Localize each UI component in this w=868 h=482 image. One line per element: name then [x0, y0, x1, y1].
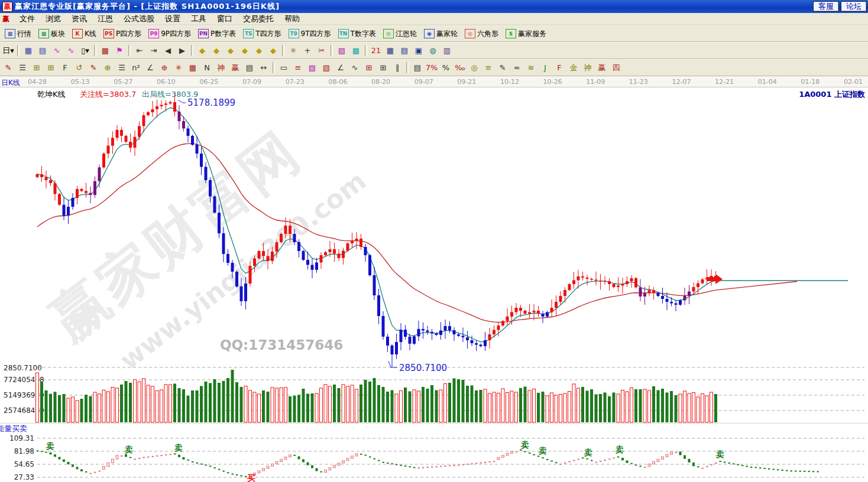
tool-icon-tb-r2-18[interactable]: ↔	[257, 61, 271, 74]
tool-icon-tb-r2-6[interactable]: ✎	[86, 61, 101, 74]
pane-tab-daily-kline[interactable]: 日K线	[1, 78, 20, 88]
toolbar-button-T数字表[interactable]: TNT数字表	[335, 28, 380, 40]
tool-icon-tb-r1-18[interactable]: ✳	[286, 44, 300, 57]
tool-icon-tb-r2-10[interactable]: ∠	[143, 61, 157, 74]
tool-icon-tb-r2-38[interactable]: F	[552, 61, 566, 74]
tool-icon-tb-r2-34[interactable]: ✎	[495, 61, 510, 74]
tool-icon-tb-r1-8[interactable]: ⇤	[132, 44, 147, 57]
tool-icon-tb-r2-36[interactable]: ≋	[524, 61, 538, 74]
tool-icon-tb-r2-3[interactable]: ⊞	[44, 61, 58, 74]
tool-icon-tb-r2-5[interactable]: ↺	[72, 61, 86, 74]
tool-icon-tb-r2-25[interactable]: ⊞	[362, 61, 376, 74]
forum-button[interactable]: 论坛	[841, 1, 867, 12]
tool-icon-tb-r1-22[interactable]: ▩	[349, 44, 363, 57]
tool-icon-tb-r1-17[interactable]: ◆	[266, 44, 280, 57]
tool-icon-tb-r2-14[interactable]: N	[200, 61, 214, 74]
tool-icon-tb-r1-19[interactable]: +	[300, 44, 315, 57]
tool-icon-tb-r1-6[interactable]: ▩	[98, 44, 112, 57]
menu-item-帮助[interactable]: 帮助	[279, 12, 305, 25]
menu-item-资讯[interactable]: 资讯	[66, 12, 92, 25]
menu-item-文件[interactable]: 文件	[14, 12, 40, 25]
menu-item-浏览[interactable]: 浏览	[40, 12, 66, 25]
tool-icon-tb-r2-11[interactable]: ⊕	[157, 61, 171, 74]
tool-icon-tb-r1-15[interactable]: ◆	[238, 44, 252, 57]
toolbar-button-K线[interactable]: KK线	[69, 28, 100, 40]
tool-icon-tb-r2-17[interactable]: ▤	[242, 61, 257, 74]
menu-item-窗口[interactable]: 窗口	[212, 12, 238, 25]
tool-icon-tb-r2-29[interactable]: 7%	[425, 61, 439, 74]
tool-icon-tb-r2-24[interactable]: ∿	[348, 61, 362, 74]
tool-icon-tb-r2-7[interactable]: ⊕	[101, 61, 115, 74]
tool-icon-tb-r2-26[interactable]: ⊞	[376, 61, 390, 74]
menu-item-工具[interactable]: 工具	[186, 12, 212, 25]
tool-icon-tb-r2-1[interactable]: ☰	[15, 61, 30, 74]
toolbar-button-江恩轮[interactable]: ◎江恩轮	[380, 28, 420, 40]
tool-icon-tb-r1-26[interactable]: ▣	[412, 44, 426, 57]
toolbar-button-9P四方形[interactable]: P99P四方形	[145, 28, 195, 40]
tool-icon-tb-r2-4[interactable]: F	[58, 61, 72, 74]
K线-icon: K	[72, 29, 83, 38]
tool-icon-tb-r2-40[interactable]: 神	[581, 61, 595, 74]
tool-icon-tb-r1-21[interactable]: ▧	[335, 44, 349, 57]
tool-icon-tb-r1-14[interactable]: ◆	[224, 44, 238, 57]
tool-icon-tb-r1-13[interactable]: ◆	[209, 44, 224, 57]
tool-icon-tb-r2-22[interactable]: ▧	[319, 61, 333, 74]
toolbar-button-P四方形[interactable]: PSP四方形	[100, 28, 145, 40]
tool-icon-tb-r2-2[interactable]: ⊞	[30, 61, 44, 74]
toolbar-button-赢家轮[interactable]: ◉赢家轮	[420, 28, 461, 40]
tool-icon-tb-r2-39[interactable]: 金	[566, 61, 581, 74]
tool-icon-tb-r1-27[interactable]: ◍	[426, 44, 440, 57]
tool-icon-tb-r2-41[interactable]: 赢	[595, 61, 609, 74]
tool-icon-tb-r1-12[interactable]: ◆	[195, 44, 209, 57]
tool-icon-tb-r2-0[interactable]: ✎	[1, 61, 15, 74]
menu-item-公式选股[interactable]: 公式选股	[118, 12, 160, 25]
tool-icon-tb-r2-30[interactable]: %	[439, 61, 453, 74]
tool-icon-tb-r2-12[interactable]: ✳	[171, 61, 186, 74]
tool-icon-tb-r2-33[interactable]: ≡	[481, 61, 495, 74]
tool-icon-tb-r1-4[interactable]: ∿	[64, 44, 78, 57]
tool-icon-tb-r2-37[interactable]: J	[538, 61, 552, 74]
toolbar-button-T四方形[interactable]: TST四方形	[239, 28, 284, 40]
menu-item-江恩[interactable]: 江恩	[92, 12, 118, 25]
toolbar-button-六角形[interactable]: ◎六角形	[461, 28, 502, 40]
tool-icon-tb-r2-19[interactable]: ▭	[277, 61, 291, 74]
toolbar-button-赢家服务[interactable]: $赢家服务	[502, 28, 550, 40]
tool-icon-tb-r1-23[interactable]: 21	[369, 44, 383, 57]
toolbar-button-板块[interactable]: ▦板块	[35, 28, 69, 40]
tool-icon-tb-r2-23[interactable]: ∠	[333, 61, 348, 74]
tool-icon-tb-r1-10[interactable]: ◀	[161, 44, 175, 57]
tool-icon-tb-r1-0[interactable]: 日▾	[1, 44, 15, 57]
tool-icon-tb-r2-31[interactable]: ‰	[453, 61, 467, 74]
customer-service-button[interactable]: 客服	[813, 1, 839, 12]
tool-icon-tb-r2-35[interactable]: ≈	[510, 61, 524, 74]
tool-icon-tb-r1-7[interactable]: ⚑	[112, 44, 127, 57]
tool-icon-tb-r2-20[interactable]: ≡	[291, 61, 305, 74]
tool-icon-tb-r2-42[interactable]: 四	[609, 61, 623, 74]
kline-chart-canvas[interactable]: 赢家财富网 www.yingjia360.com QQ:173145764628…	[0, 87, 868, 482]
toolbar-button-行情[interactable]: ▦行情	[1, 28, 35, 40]
tool-icon-tb-r2-15[interactable]: 神	[214, 61, 228, 74]
tool-icon-tb-r2-27[interactable]: ∥	[390, 61, 404, 74]
tool-icon-tb-r1-16[interactable]: ◆	[252, 44, 266, 57]
tool-icon-tb-r2-13[interactable]: ▦	[186, 61, 200, 74]
tool-icon-tb-r2-28[interactable]: ▤	[410, 61, 425, 74]
tool-icon-tb-r1-25[interactable]: ▤	[397, 44, 412, 57]
toolbar-button-9T四方形[interactable]: T99T四方形	[285, 28, 335, 40]
menu-item-交易委托[interactable]: 交易委托	[238, 12, 279, 25]
tool-icon-tb-r2-8[interactable]: ☰	[115, 61, 129, 74]
tool-icon-tb-r1-1[interactable]: ▦	[21, 44, 35, 57]
tool-icon-tb-r1-2[interactable]: ▤	[35, 44, 50, 57]
menu-item-设置[interactable]: 设置	[160, 12, 186, 25]
tool-icon-tb-r1-28[interactable]: ▥	[440, 44, 454, 57]
tool-icon-tb-r1-9[interactable]: ⇥	[147, 44, 161, 57]
tool-icon-tb-r2-16[interactable]: 赢	[228, 61, 242, 74]
tool-icon-tb-r2-21[interactable]: ▨	[305, 61, 319, 74]
tool-icon-tb-r1-11[interactable]: ▶	[175, 44, 189, 57]
tool-icon-tb-r1-20[interactable]: ✂	[315, 44, 329, 57]
tool-icon-tb-r1-5[interactable]: ▯▾	[78, 44, 92, 57]
tool-icon-tb-r1-24[interactable]: ▦	[383, 44, 397, 57]
tool-icon-tb-r1-3[interactable]: ∿	[50, 44, 64, 57]
toolbar-button-P数字表[interactable]: PNP数字表	[195, 28, 239, 40]
tool-icon-tb-r2-9[interactable]: n²	[129, 61, 143, 74]
tool-icon-tb-r2-32[interactable]: ◎	[467, 61, 481, 74]
